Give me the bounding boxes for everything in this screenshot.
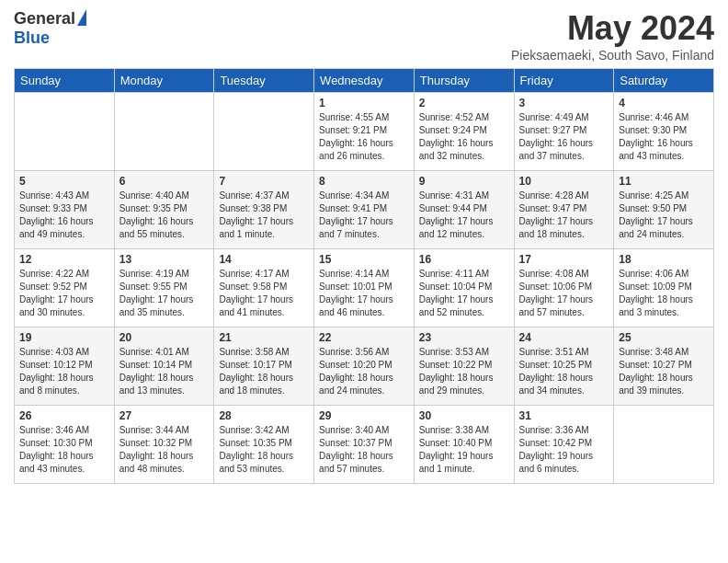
table-row: 7Sunrise: 4:37 AM Sunset: 9:38 PM Daylig… (214, 171, 314, 249)
day-number: 29 (319, 409, 409, 422)
table-row: 14Sunrise: 4:17 AM Sunset: 9:58 PM Dayli… (214, 249, 314, 327)
table-row: 15Sunrise: 4:14 AM Sunset: 10:01 PM Dayl… (314, 249, 415, 327)
table-row: 1Sunrise: 4:55 AM Sunset: 9:21 PM Daylig… (314, 93, 415, 171)
table-row: 30Sunrise: 3:38 AM Sunset: 10:40 PM Dayl… (414, 406, 514, 484)
table-row: 24Sunrise: 3:51 AM Sunset: 10:25 PM Dayl… (514, 327, 614, 406)
day-number: 15 (319, 253, 409, 266)
table-row: 28Sunrise: 3:42 AM Sunset: 10:35 PM Dayl… (214, 406, 314, 484)
day-number: 30 (419, 409, 509, 422)
day-number: 9 (419, 175, 509, 188)
day-number: 31 (519, 409, 609, 422)
day-number: 13 (119, 253, 210, 266)
day-info: Sunrise: 4:49 AM Sunset: 9:27 PM Dayligh… (519, 111, 609, 163)
day-number: 25 (619, 331, 709, 344)
day-number: 28 (219, 409, 309, 422)
day-number: 3 (519, 97, 609, 109)
table-row: 21Sunrise: 3:58 AM Sunset: 10:17 PM Dayl… (214, 327, 314, 406)
day-number: 21 (219, 331, 309, 344)
header-saturday: Saturday (614, 69, 714, 93)
table-row: 11Sunrise: 4:25 AM Sunset: 9:50 PM Dayli… (614, 171, 714, 249)
table-row: 25Sunrise: 3:48 AM Sunset: 10:27 PM Dayl… (614, 327, 714, 406)
day-number: 23 (419, 331, 509, 344)
day-info: Sunrise: 4:08 AM Sunset: 10:06 PM Daylig… (519, 268, 609, 319)
day-info: Sunrise: 4:06 AM Sunset: 10:09 PM Daylig… (619, 268, 709, 319)
day-number: 10 (519, 175, 609, 188)
day-number: 8 (319, 175, 409, 188)
day-info: Sunrise: 4:19 AM Sunset: 9:55 PM Dayligh… (119, 268, 210, 319)
title-block: May 2024 Pieksaemaeki, South Savo, Finla… (511, 9, 714, 63)
logo-blue: Blue (14, 29, 50, 48)
table-row: 6Sunrise: 4:40 AM Sunset: 9:35 PM Daylig… (114, 171, 214, 249)
day-info: Sunrise: 3:53 AM Sunset: 10:22 PM Daylig… (419, 346, 509, 397)
day-number: 20 (119, 331, 210, 344)
day-number: 7 (219, 175, 309, 188)
calendar-week-5: 26Sunrise: 3:46 AM Sunset: 10:30 PM Dayl… (15, 406, 714, 484)
day-number: 19 (19, 331, 109, 344)
header-row: Sunday Monday Tuesday Wednesday Thursday… (15, 69, 714, 93)
day-info: Sunrise: 4:43 AM Sunset: 9:33 PM Dayligh… (19, 190, 109, 241)
day-number: 16 (419, 253, 509, 266)
header: General Blue May 2024 Pieksaemaeki, Sout… (14, 9, 714, 63)
day-number: 6 (119, 175, 210, 188)
day-number: 4 (619, 97, 709, 109)
day-number: 5 (19, 175, 109, 188)
table-row: 17Sunrise: 4:08 AM Sunset: 10:06 PM Dayl… (514, 249, 614, 327)
day-info: Sunrise: 4:55 AM Sunset: 9:21 PM Dayligh… (319, 111, 409, 163)
day-info: Sunrise: 3:38 AM Sunset: 10:40 PM Daylig… (419, 424, 509, 476)
day-info: Sunrise: 4:03 AM Sunset: 10:12 PM Daylig… (19, 346, 109, 397)
calendar-title: May 2024 (511, 9, 714, 48)
day-info: Sunrise: 3:51 AM Sunset: 10:25 PM Daylig… (519, 346, 609, 397)
day-info: Sunrise: 3:40 AM Sunset: 10:37 PM Daylig… (319, 424, 409, 476)
logo-general: General (14, 9, 75, 29)
table-row: 19Sunrise: 4:03 AM Sunset: 10:12 PM Dayl… (15, 327, 115, 406)
table-row: 29Sunrise: 3:40 AM Sunset: 10:37 PM Dayl… (314, 406, 415, 484)
table-row (114, 93, 214, 171)
logo: General Blue (14, 9, 86, 48)
table-row: 2Sunrise: 4:52 AM Sunset: 9:24 PM Daylig… (414, 93, 514, 171)
day-info: Sunrise: 3:48 AM Sunset: 10:27 PM Daylig… (619, 346, 709, 397)
day-info: Sunrise: 4:52 AM Sunset: 9:24 PM Dayligh… (419, 111, 509, 163)
table-row: 31Sunrise: 3:36 AM Sunset: 10:42 PM Dayl… (514, 406, 614, 484)
day-info: Sunrise: 4:01 AM Sunset: 10:14 PM Daylig… (119, 346, 210, 397)
day-number: 12 (19, 253, 109, 266)
day-number: 18 (619, 253, 709, 266)
day-info: Sunrise: 3:42 AM Sunset: 10:35 PM Daylig… (219, 424, 309, 476)
table-row: 27Sunrise: 3:44 AM Sunset: 10:32 PM Dayl… (114, 406, 214, 484)
header-monday: Monday (114, 69, 214, 93)
day-info: Sunrise: 4:34 AM Sunset: 9:41 PM Dayligh… (319, 190, 409, 241)
day-info: Sunrise: 3:36 AM Sunset: 10:42 PM Daylig… (519, 424, 609, 476)
table-row: 26Sunrise: 3:46 AM Sunset: 10:30 PM Dayl… (15, 406, 115, 484)
day-info: Sunrise: 4:11 AM Sunset: 10:04 PM Daylig… (419, 268, 509, 319)
calendar-page: General Blue May 2024 Pieksaemaeki, Sout… (0, 0, 728, 493)
day-info: Sunrise: 3:46 AM Sunset: 10:30 PM Daylig… (19, 424, 109, 476)
header-thursday: Thursday (414, 69, 514, 93)
table-row: 3Sunrise: 4:49 AM Sunset: 9:27 PM Daylig… (514, 93, 614, 171)
calendar-table: Sunday Monday Tuesday Wednesday Thursday… (14, 68, 714, 484)
table-row (614, 406, 714, 484)
day-number: 11 (619, 175, 709, 188)
table-row: 4Sunrise: 4:46 AM Sunset: 9:30 PM Daylig… (614, 93, 714, 171)
day-info: Sunrise: 4:22 AM Sunset: 9:52 PM Dayligh… (19, 268, 109, 319)
calendar-week-1: 1Sunrise: 4:55 AM Sunset: 9:21 PM Daylig… (15, 93, 714, 171)
day-info: Sunrise: 3:58 AM Sunset: 10:17 PM Daylig… (219, 346, 309, 397)
table-row (214, 93, 314, 171)
calendar-week-4: 19Sunrise: 4:03 AM Sunset: 10:12 PM Dayl… (15, 327, 714, 406)
day-number: 2 (419, 97, 509, 109)
day-info: Sunrise: 3:56 AM Sunset: 10:20 PM Daylig… (319, 346, 409, 397)
table-row: 5Sunrise: 4:43 AM Sunset: 9:33 PM Daylig… (15, 171, 115, 249)
table-row: 23Sunrise: 3:53 AM Sunset: 10:22 PM Dayl… (414, 327, 514, 406)
day-number: 24 (519, 331, 609, 344)
day-info: Sunrise: 4:37 AM Sunset: 9:38 PM Dayligh… (219, 190, 309, 241)
header-sunday: Sunday (15, 69, 115, 93)
table-row: 20Sunrise: 4:01 AM Sunset: 10:14 PM Dayl… (114, 327, 214, 406)
day-info: Sunrise: 4:28 AM Sunset: 9:47 PM Dayligh… (519, 190, 609, 241)
header-friday: Friday (514, 69, 614, 93)
day-info: Sunrise: 4:40 AM Sunset: 9:35 PM Dayligh… (119, 190, 210, 241)
day-number: 27 (119, 409, 210, 422)
table-row: 22Sunrise: 3:56 AM Sunset: 10:20 PM Dayl… (314, 327, 415, 406)
day-info: Sunrise: 4:25 AM Sunset: 9:50 PM Dayligh… (619, 190, 709, 241)
calendar-week-3: 12Sunrise: 4:22 AM Sunset: 9:52 PM Dayli… (15, 249, 714, 327)
day-info: Sunrise: 3:44 AM Sunset: 10:32 PM Daylig… (119, 424, 210, 476)
table-row: 13Sunrise: 4:19 AM Sunset: 9:55 PM Dayli… (114, 249, 214, 327)
table-row: 8Sunrise: 4:34 AM Sunset: 9:41 PM Daylig… (314, 171, 415, 249)
